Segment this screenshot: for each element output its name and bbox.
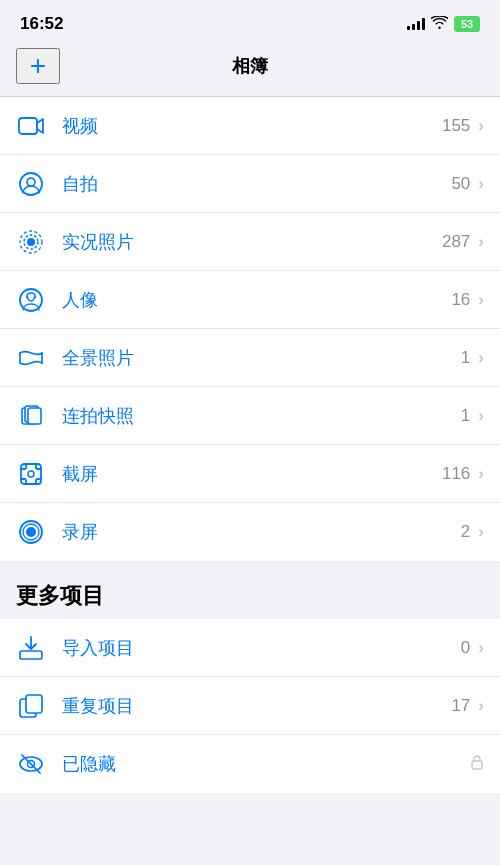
more-section-title: 更多项目 — [16, 583, 104, 608]
chevron-icon: › — [478, 348, 484, 368]
list-item-burst[interactable]: 连拍快照 1 › — [0, 387, 500, 445]
live-photo-icon — [16, 227, 46, 257]
list-item-screenshot[interactable]: 截屏 116 › — [0, 445, 500, 503]
hidden-icon — [16, 749, 46, 779]
svg-rect-25 — [472, 761, 482, 769]
item-count-portrait: 16 — [451, 290, 470, 310]
status-bar: 16:52 53 — [0, 0, 500, 40]
item-label-hidden: 已隐藏 — [62, 752, 462, 776]
item-count-selfie: 50 — [451, 174, 470, 194]
chevron-icon: › — [478, 232, 484, 252]
item-label-portrait: 人像 — [62, 288, 451, 312]
list-item-live[interactable]: 实况照片 287 › — [0, 213, 500, 271]
list-item-hidden[interactable]: 已隐藏 — [0, 735, 500, 793]
svg-point-7 — [26, 295, 29, 298]
svg-rect-13 — [28, 408, 41, 424]
selfie-icon — [16, 169, 46, 199]
item-count-burst: 1 — [461, 406, 470, 426]
burst-icon — [16, 401, 46, 431]
portrait-icon — [16, 285, 46, 315]
item-label-import: 导入项目 — [62, 636, 461, 660]
duplicate-icon — [16, 691, 46, 721]
svg-point-8 — [34, 295, 37, 298]
nav-bar: + 相簿 — [0, 40, 500, 97]
item-count-duplicate: 17 — [451, 696, 470, 716]
item-label-video: 视频 — [62, 114, 442, 138]
more-section-header: 更多项目 — [0, 561, 500, 619]
video-icon — [16, 111, 46, 141]
svg-rect-19 — [20, 651, 42, 659]
import-icon — [16, 633, 46, 663]
list-item-duplicate[interactable]: 重复项目 17 › — [0, 677, 500, 735]
screenrecord-icon — [16, 517, 46, 547]
more-section-list: 导入项目 0 › 重复项目 17 › 已隐藏 — [0, 619, 500, 793]
item-label-panorama: 全景照片 — [62, 346, 461, 370]
item-label-burst: 连拍快照 — [62, 404, 461, 428]
item-label-selfie: 自拍 — [62, 172, 451, 196]
svg-point-17 — [26, 527, 36, 537]
item-label-screenrecord: 录屏 — [62, 520, 461, 544]
item-count-video: 155 — [442, 116, 470, 136]
page-title: 相簿 — [60, 54, 440, 78]
item-label-screenshot: 截屏 — [62, 462, 442, 486]
item-count-panorama: 1 — [461, 348, 470, 368]
list-item-import[interactable]: 导入项目 0 › — [0, 619, 500, 677]
svg-rect-14 — [21, 464, 41, 484]
item-count-import: 0 — [461, 638, 470, 658]
item-label-duplicate: 重复项目 — [62, 694, 451, 718]
svg-rect-0 — [19, 118, 37, 134]
chevron-icon: › — [478, 406, 484, 426]
item-count-screenshot: 116 — [442, 464, 470, 484]
svg-point-3 — [27, 238, 35, 246]
lock-icon — [470, 754, 484, 775]
item-label-live: 实况照片 — [62, 230, 442, 254]
wifi-icon — [431, 16, 448, 32]
chevron-icon: › — [478, 522, 484, 542]
battery-icon: 53 — [454, 16, 480, 32]
list-item-video[interactable]: 视频 155 › — [0, 97, 500, 155]
chevron-icon: › — [478, 174, 484, 194]
screenshot-icon — [16, 459, 46, 489]
svg-rect-21 — [26, 695, 42, 713]
item-count-live: 287 — [442, 232, 470, 252]
list-item-selfie[interactable]: 自拍 50 › — [0, 155, 500, 213]
list-item-panorama[interactable]: 全景照片 1 › — [0, 329, 500, 387]
svg-point-2 — [27, 178, 35, 186]
list-item-screenrecord[interactable]: 录屏 2 › — [0, 503, 500, 561]
chevron-icon: › — [478, 290, 484, 310]
media-types-list: 视频 155 › 自拍 50 › 实况照片 287 › — [0, 97, 500, 561]
chevron-icon: › — [478, 696, 484, 716]
chevron-icon: › — [478, 116, 484, 136]
status-icons: 53 — [407, 16, 480, 32]
chevron-icon: › — [478, 638, 484, 658]
svg-point-15 — [28, 471, 34, 477]
item-count-screenrecord: 2 — [461, 522, 470, 542]
chevron-icon: › — [478, 464, 484, 484]
status-time: 16:52 — [20, 14, 63, 34]
panorama-icon — [16, 343, 46, 373]
add-button[interactable]: + — [16, 48, 60, 84]
list-item-portrait[interactable]: 人像 16 › — [0, 271, 500, 329]
signal-icon — [407, 18, 425, 30]
